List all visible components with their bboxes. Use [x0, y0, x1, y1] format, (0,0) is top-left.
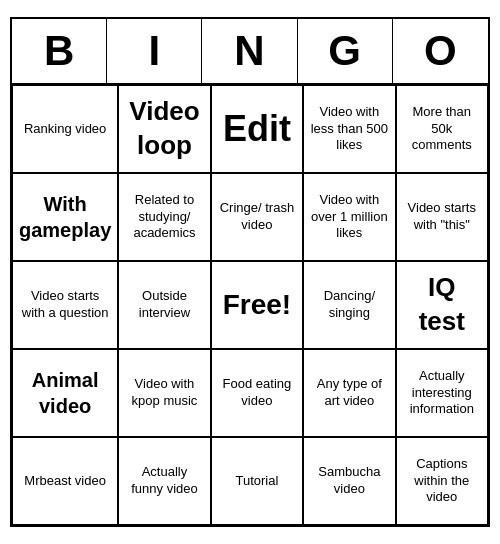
- bingo-letter-i: I: [107, 19, 202, 83]
- bingo-cell-23: Sambucha video: [303, 437, 395, 525]
- bingo-cell-2: Edit: [211, 85, 303, 173]
- bingo-cell-16: Video with kpop music: [118, 349, 210, 437]
- bingo-cell-11: Outside interview: [118, 261, 210, 349]
- bingo-cell-20: Mrbeast video: [12, 437, 118, 525]
- bingo-letter-b: B: [12, 19, 107, 83]
- bingo-cell-7: Cringe/ trash video: [211, 173, 303, 261]
- bingo-grid: Ranking videoVideo loopEditVideo with le…: [12, 85, 488, 525]
- bingo-cell-6: Related to studying/ academics: [118, 173, 210, 261]
- bingo-cell-8: Video with over 1 million likes: [303, 173, 395, 261]
- bingo-cell-14: IQ test: [396, 261, 488, 349]
- bingo-cell-4: More than 50k comments: [396, 85, 488, 173]
- bingo-letter-o: O: [393, 19, 488, 83]
- bingo-cell-19: Actually interesting information: [396, 349, 488, 437]
- bingo-cell-3: Video with less than 500 likes: [303, 85, 395, 173]
- bingo-letter-g: G: [298, 19, 393, 83]
- bingo-cell-21: Actually funny video: [118, 437, 210, 525]
- bingo-cell-18: Any type of art video: [303, 349, 395, 437]
- bingo-cell-15: Animal video: [12, 349, 118, 437]
- bingo-cell-5: With gameplay: [12, 173, 118, 261]
- bingo-cell-24: Captions within the video: [396, 437, 488, 525]
- bingo-header: BINGO: [12, 19, 488, 85]
- bingo-card: BINGO Ranking videoVideo loopEditVideo w…: [10, 17, 490, 527]
- bingo-cell-12: Free!: [211, 261, 303, 349]
- bingo-cell-22: Tutorial: [211, 437, 303, 525]
- bingo-cell-10: Video starts with a question: [12, 261, 118, 349]
- bingo-cell-1: Video loop: [118, 85, 210, 173]
- bingo-cell-0: Ranking video: [12, 85, 118, 173]
- bingo-cell-9: Video starts with "this": [396, 173, 488, 261]
- bingo-cell-17: Food eating video: [211, 349, 303, 437]
- bingo-cell-13: Dancing/ singing: [303, 261, 395, 349]
- bingo-letter-n: N: [202, 19, 297, 83]
